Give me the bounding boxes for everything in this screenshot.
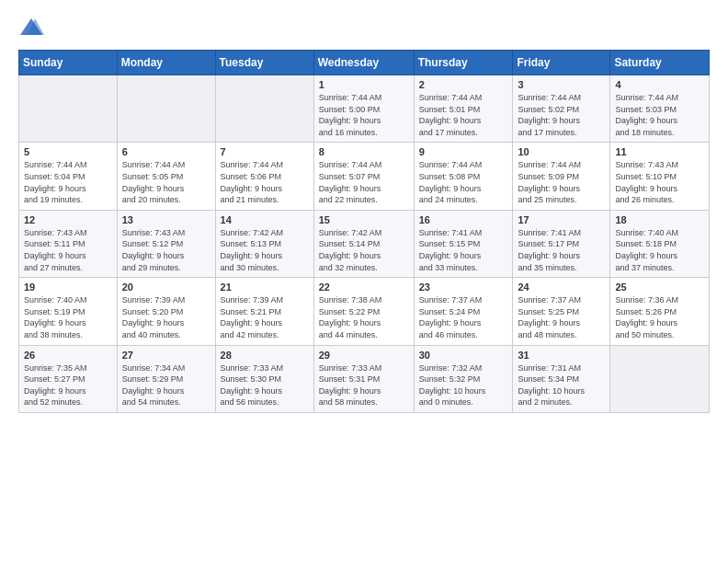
day-info: Sunrise: 7:44 AMSunset: 5:05 PMDaylight:… [122,159,210,205]
header [18,15,710,40]
calendar-header-monday: Monday [117,51,215,75]
day-number: 18 [615,214,704,225]
calendar-cell: 16Sunrise: 7:41 AMSunset: 5:15 PMDayligh… [414,210,513,277]
calendar-cell: 22Sunrise: 7:38 AMSunset: 5:22 PMDayligh… [313,278,414,345]
day-number: 21 [221,282,309,293]
day-info: Sunrise: 7:42 AMSunset: 5:13 PMDaylight:… [221,227,309,273]
day-info: Sunrise: 7:39 AMSunset: 5:20 PMDaylight:… [122,294,210,340]
day-number: 16 [419,214,508,225]
calendar-header-sunday: Sunday [19,51,118,75]
day-number: 26 [24,350,112,361]
calendar-cell: 26Sunrise: 7:35 AMSunset: 5:27 PMDayligh… [19,345,118,412]
day-number: 17 [518,214,605,225]
day-number: 13 [122,214,210,225]
calendar-cell: 5Sunrise: 7:44 AMSunset: 5:04 PMDaylight… [19,143,118,210]
day-info: Sunrise: 7:41 AMSunset: 5:17 PMDaylight:… [518,227,605,273]
calendar-cell [19,75,118,143]
calendar-header-tuesday: Tuesday [215,51,313,75]
day-info: Sunrise: 7:38 AMSunset: 5:22 PMDaylight:… [319,294,409,340]
day-info: Sunrise: 7:42 AMSunset: 5:14 PMDaylight:… [319,227,409,273]
day-number: 11 [615,146,704,157]
calendar-header-wednesday: Wednesday [313,51,414,75]
calendar-cell [215,75,313,143]
day-info: Sunrise: 7:44 AMSunset: 5:02 PMDaylight:… [518,92,605,138]
calendar-cell: 25Sunrise: 7:36 AMSunset: 5:26 PMDayligh… [610,278,710,345]
day-info: Sunrise: 7:44 AMSunset: 5:06 PMDaylight:… [221,159,309,205]
calendar-cell: 31Sunrise: 7:31 AMSunset: 5:34 PMDayligh… [513,345,610,412]
calendar-header-saturday: Saturday [610,51,710,75]
day-number: 22 [319,282,409,293]
day-number: 14 [221,214,309,225]
calendar-cell: 28Sunrise: 7:33 AMSunset: 5:30 PMDayligh… [215,345,313,412]
calendar-header-friday: Friday [513,51,610,75]
day-info: Sunrise: 7:44 AMSunset: 5:01 PMDaylight:… [419,92,508,138]
calendar-cell: 13Sunrise: 7:43 AMSunset: 5:12 PMDayligh… [117,210,215,277]
day-info: Sunrise: 7:44 AMSunset: 5:04 PMDaylight:… [24,159,112,205]
day-info: Sunrise: 7:33 AMSunset: 5:30 PMDaylight:… [221,362,309,408]
calendar-week-row: 1Sunrise: 7:44 AMSunset: 5:00 PMDaylight… [19,75,710,143]
calendar-cell: 2Sunrise: 7:44 AMSunset: 5:01 PMDaylight… [414,75,513,143]
day-number: 15 [319,214,409,225]
calendar-cell: 11Sunrise: 7:43 AMSunset: 5:10 PMDayligh… [610,143,710,210]
day-number: 24 [518,282,605,293]
calendar-cell: 27Sunrise: 7:34 AMSunset: 5:29 PMDayligh… [117,345,215,412]
day-number: 3 [518,79,605,90]
calendar-week-row: 12Sunrise: 7:43 AMSunset: 5:11 PMDayligh… [19,210,710,277]
day-info: Sunrise: 7:37 AMSunset: 5:24 PMDaylight:… [419,294,508,340]
day-info: Sunrise: 7:44 AMSunset: 5:07 PMDaylight:… [319,159,409,205]
day-info: Sunrise: 7:43 AMSunset: 5:12 PMDaylight:… [122,227,210,273]
day-number: 6 [122,146,210,157]
day-info: Sunrise: 7:36 AMSunset: 5:26 PMDaylight:… [615,294,704,340]
calendar-header-row: SundayMondayTuesdayWednesdayThursdayFrid… [19,51,710,75]
calendar-cell: 24Sunrise: 7:37 AMSunset: 5:25 PMDayligh… [513,278,610,345]
day-number: 5 [24,146,112,157]
day-number: 2 [419,79,508,90]
day-info: Sunrise: 7:44 AMSunset: 5:09 PMDaylight:… [518,159,605,205]
calendar-week-row: 5Sunrise: 7:44 AMSunset: 5:04 PMDaylight… [19,143,710,210]
calendar-table: SundayMondayTuesdayWednesdayThursdayFrid… [18,50,710,413]
calendar-week-row: 19Sunrise: 7:40 AMSunset: 5:19 PMDayligh… [19,278,710,345]
calendar-cell: 29Sunrise: 7:33 AMSunset: 5:31 PMDayligh… [313,345,414,412]
day-info: Sunrise: 7:35 AMSunset: 5:27 PMDaylight:… [24,362,112,408]
calendar-cell: 7Sunrise: 7:44 AMSunset: 5:06 PMDaylight… [215,143,313,210]
day-number: 12 [24,214,112,225]
day-info: Sunrise: 7:44 AMSunset: 5:00 PMDaylight:… [319,92,409,138]
day-number: 7 [221,146,309,157]
calendar-cell: 17Sunrise: 7:41 AMSunset: 5:17 PMDayligh… [513,210,610,277]
calendar-cell: 18Sunrise: 7:40 AMSunset: 5:18 PMDayligh… [610,210,710,277]
day-info: Sunrise: 7:41 AMSunset: 5:15 PMDaylight:… [419,227,508,273]
calendar-cell: 9Sunrise: 7:44 AMSunset: 5:08 PMDaylight… [414,143,513,210]
calendar-cell: 15Sunrise: 7:42 AMSunset: 5:14 PMDayligh… [313,210,414,277]
day-number: 31 [518,350,605,361]
page: SundayMondayTuesdayWednesdayThursdayFrid… [0,0,728,563]
calendar-cell [117,75,215,143]
calendar-cell: 30Sunrise: 7:32 AMSunset: 5:32 PMDayligh… [414,345,513,412]
day-info: Sunrise: 7:44 AMSunset: 5:08 PMDaylight:… [419,159,508,205]
day-info: Sunrise: 7:44 AMSunset: 5:03 PMDaylight:… [615,92,704,138]
logo [18,15,48,40]
day-number: 19 [24,282,112,293]
day-number: 23 [419,282,508,293]
day-info: Sunrise: 7:32 AMSunset: 5:32 PMDaylight:… [419,362,508,408]
day-number: 9 [419,146,508,157]
calendar-cell: 8Sunrise: 7:44 AMSunset: 5:07 PMDaylight… [313,143,414,210]
calendar-week-row: 26Sunrise: 7:35 AMSunset: 5:27 PMDayligh… [19,345,710,412]
day-info: Sunrise: 7:39 AMSunset: 5:21 PMDaylight:… [221,294,309,340]
calendar-cell: 20Sunrise: 7:39 AMSunset: 5:20 PMDayligh… [117,278,215,345]
day-info: Sunrise: 7:40 AMSunset: 5:18 PMDaylight:… [615,227,704,273]
calendar-cell: 12Sunrise: 7:43 AMSunset: 5:11 PMDayligh… [19,210,118,277]
day-info: Sunrise: 7:33 AMSunset: 5:31 PMDaylight:… [319,362,409,408]
day-number: 27 [122,350,210,361]
calendar-cell: 6Sunrise: 7:44 AMSunset: 5:05 PMDaylight… [117,143,215,210]
day-number: 4 [615,79,704,90]
calendar-cell: 10Sunrise: 7:44 AMSunset: 5:09 PMDayligh… [513,143,610,210]
day-number: 29 [319,350,409,361]
logo-icon [18,15,44,40]
calendar-cell [610,345,710,412]
calendar-header-thursday: Thursday [414,51,513,75]
day-info: Sunrise: 7:43 AMSunset: 5:10 PMDaylight:… [615,159,704,205]
day-number: 30 [419,350,508,361]
calendar-cell: 21Sunrise: 7:39 AMSunset: 5:21 PMDayligh… [215,278,313,345]
day-number: 20 [122,282,210,293]
calendar-cell: 4Sunrise: 7:44 AMSunset: 5:03 PMDaylight… [610,75,710,143]
